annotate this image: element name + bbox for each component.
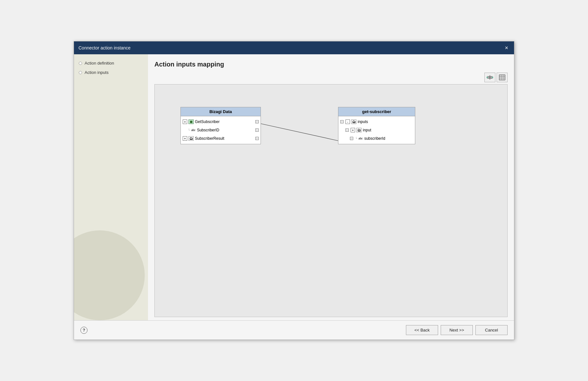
cancel-button[interactable]: Cancel: [475, 325, 508, 335]
table-view-button[interactable]: [497, 73, 508, 82]
left-row-get-subscriber[interactable]: + ▦ GetSubscriber ▷: [181, 118, 261, 126]
main-content: Action inputs mapping: [148, 54, 514, 320]
left-data-node: Bizagi Data + ▦ GetSubscriber ▷: [180, 107, 261, 144]
right-row-inputs[interactable]: ▷ - 🗂 inputs: [338, 118, 415, 126]
expand-icon[interactable]: -: [345, 120, 350, 124]
mapping-inner: Bizagi Data + ▦ GetSubscriber ▷: [155, 84, 507, 317]
port-right: ▷: [255, 120, 259, 123]
row-label: input: [363, 128, 413, 132]
toolbar: [154, 73, 508, 82]
port-left: ▷: [350, 137, 353, 140]
sidebar-item-label: Action definition: [85, 61, 114, 66]
title-bar: Connector action instance ×: [74, 41, 514, 54]
left-node-title: Bizagi Data: [181, 107, 261, 116]
sidebar-item-action-definition[interactable]: Action definition: [79, 61, 143, 66]
table-icon: [499, 75, 505, 80]
mapping-canvas: Bizagi Data + ▦ GetSubscriber ▷: [154, 84, 508, 317]
footer-left: ?: [80, 327, 87, 334]
row-label: subscriberId: [364, 136, 413, 141]
sidebar: Action definition Action inputs: [74, 54, 148, 320]
dialog-body: Action definition Action inputs Action i…: [74, 54, 514, 320]
left-row-subscriber-result[interactable]: + 🗂 SubscriberResult ▷: [181, 134, 261, 143]
port-right: ▷: [255, 128, 259, 132]
close-button[interactable]: ×: [503, 45, 510, 51]
right-node-body: ▷ - 🗂 inputs ▷ + 🗂 input: [338, 116, 415, 144]
help-button[interactable]: ?: [80, 327, 87, 334]
sidebar-item-action-inputs[interactable]: Action inputs: [79, 70, 143, 75]
row-label: GetSubscriber: [195, 120, 255, 124]
bullet-icon: [79, 62, 82, 65]
table-type-icon: ▦: [188, 120, 194, 124]
port-left: ▷: [345, 128, 349, 132]
expand-icon[interactable]: +: [183, 120, 187, 124]
mapping-icon: [487, 75, 493, 80]
folder-type-icon: 🗂: [351, 120, 356, 124]
right-data-node: get-subscriber ▷ - 🗂 inputs ▷: [338, 107, 415, 144]
tree-line: └: [188, 128, 190, 132]
folder-type-icon: 🗂: [356, 128, 362, 132]
row-label: SubscriberID: [197, 128, 255, 132]
right-row-input[interactable]: ▷ + 🗂 input: [338, 126, 415, 134]
svg-rect-6: [499, 75, 505, 80]
page-title: Action inputs mapping: [154, 61, 508, 68]
footer-right: << Back Next >> Cancel: [406, 325, 508, 335]
mapping-view-button[interactable]: [484, 73, 495, 82]
back-button[interactable]: << Back: [406, 325, 438, 335]
abc-type-icon: abc: [190, 128, 196, 132]
port-right: ▷: [255, 137, 259, 140]
right-node-title: get-subscriber: [338, 107, 415, 116]
left-row-subscriber-id[interactable]: └ abc SubscriberID ▷: [181, 126, 261, 134]
port-left: ▷: [340, 120, 344, 123]
expand-icon[interactable]: +: [183, 136, 187, 141]
dialog-footer: ? << Back Next >> Cancel: [74, 320, 514, 340]
svg-line-11: [261, 124, 338, 141]
sidebar-item-label: Action inputs: [85, 70, 108, 75]
row-label: inputs: [358, 120, 413, 124]
left-node-body: + ▦ GetSubscriber ▷ └ abc SubscriberID ▷: [181, 116, 261, 144]
expand-icon[interactable]: +: [351, 128, 355, 132]
svg-marker-5: [487, 76, 488, 78]
next-button[interactable]: Next >>: [441, 325, 473, 335]
row-label: SubscriberResult: [195, 136, 255, 141]
dialog: Connector action instance × Action defin…: [74, 41, 514, 340]
bullet-icon: [79, 71, 82, 74]
tree-line: └: [355, 137, 357, 140]
svg-marker-4: [492, 76, 493, 78]
folder-type-icon: 🗂: [188, 136, 194, 141]
dialog-title: Connector action instance: [78, 45, 131, 50]
abc-type-icon: abc: [358, 136, 363, 141]
right-row-subscriber-id[interactable]: ▷ └ abc subscriberId: [338, 134, 415, 143]
